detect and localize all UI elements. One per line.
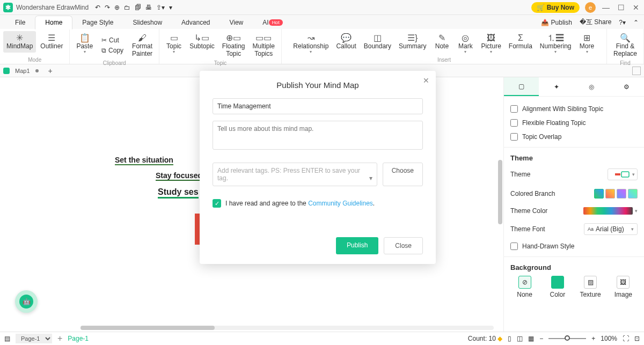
add-page-button[interactable]: +: [57, 334, 62, 343]
summary-button[interactable]: ☰}Summary: [396, 31, 429, 56]
map-description-input[interactable]: [213, 121, 423, 150]
tags-input[interactable]: Add relevant tags. PS: Press ENTER to sa…: [213, 163, 377, 186]
topic-overlap-checkbox[interactable]: Topic Overlap: [510, 130, 638, 144]
doc-tab-name[interactable]: Map1: [15, 68, 30, 74]
save-icon[interactable]: 🗐: [135, 4, 141, 11]
zoom-value[interactable]: 100%: [601, 335, 617, 342]
panel-tab-map[interactable]: ◎: [574, 77, 609, 96]
zoom-knob[interactable]: [565, 335, 570, 341]
lbl: Callout: [336, 43, 356, 50]
view-mode-3[interactable]: ▦: [528, 335, 534, 342]
copy-button[interactable]: ⧉Copy: [99, 46, 126, 55]
fit-button[interactable]: ⊡: [634, 335, 640, 342]
export-icon[interactable]: ⇪▾: [156, 4, 165, 11]
v-scroll-thumb[interactable]: [498, 160, 502, 224]
view-mode-2[interactable]: ◫: [517, 335, 523, 342]
panel-tab-layout[interactable]: ▢: [504, 77, 539, 96]
agree-checkbox[interactable]: ✓: [213, 199, 221, 208]
hand-drawn-checkbox[interactable]: Hand-Drawn Style: [510, 239, 638, 253]
paste-button[interactable]: 📋Paste: [73, 31, 96, 60]
numbering-button[interactable]: ⒈☰Numbering: [537, 31, 575, 56]
current-page-label[interactable]: Page-1: [68, 335, 89, 342]
branch-opt-2[interactable]: [605, 189, 615, 199]
mindmap-mode-button[interactable]: ✳MindMap: [3, 31, 36, 53]
dialog-close-button[interactable]: ✕: [423, 76, 429, 85]
zoom-in-button[interactable]: +: [591, 335, 595, 342]
find-replace-button[interactable]: 🔍Find & Replace: [610, 31, 640, 60]
publish-menu[interactable]: 📤 Publish: [541, 19, 572, 26]
horizontal-scrollbar[interactable]: [80, 326, 494, 330]
chevron-down-icon[interactable]: ▾: [635, 208, 638, 214]
floating-topic-button[interactable]: ⊕▭Floating Topic: [219, 31, 248, 60]
more-button[interactable]: ⊞More: [576, 31, 598, 56]
tab-home[interactable]: Home: [35, 16, 72, 30]
zoom-out-button[interactable]: −: [539, 335, 543, 342]
fullscreen-button[interactable]: ⛶: [623, 335, 629, 342]
panel-tab-style[interactable]: ✦: [539, 77, 574, 96]
formula-button[interactable]: ΣFormula: [506, 31, 536, 56]
picture-button[interactable]: 🖼Picture: [478, 31, 504, 56]
cut-button[interactable]: ✂Cut: [99, 35, 126, 45]
more-qa-icon[interactable]: ▾: [169, 4, 172, 11]
tab-page-style[interactable]: Page Style: [72, 16, 123, 29]
choose-category-button[interactable]: Choose: [383, 163, 423, 186]
map-name-input[interactable]: [213, 98, 423, 114]
help-icon[interactable]: ?▾: [619, 19, 626, 26]
minimize-button[interactable]: —: [601, 3, 611, 12]
zoom-slider[interactable]: [548, 338, 586, 339]
page-selector[interactable]: Page-1: [16, 334, 52, 343]
branch-opt-1[interactable]: [594, 189, 604, 199]
community-guidelines-link[interactable]: Community Guidelines: [308, 200, 373, 207]
branch-opt-4[interactable]: [628, 189, 638, 199]
multiple-topics-button[interactable]: ▭▭Multiple Topics: [250, 31, 278, 60]
bg-color-option[interactable]: Color: [543, 276, 572, 298]
bg-image-option[interactable]: 🖼Image: [609, 276, 638, 298]
topic-button[interactable]: ▭Topic: [163, 31, 185, 60]
open-icon[interactable]: 🗀: [124, 4, 130, 11]
tab-file[interactable]: File: [5, 16, 35, 29]
subtopic-button[interactable]: ↳▭Subtopic: [186, 31, 218, 60]
branch-opt-3[interactable]: [617, 189, 626, 199]
panel-toggle-button[interactable]: [632, 67, 641, 75]
vertical-scrollbar[interactable]: [498, 79, 502, 310]
flexible-floating-checkbox[interactable]: Flexible Floating Topic: [510, 116, 638, 130]
close-button[interactable]: Close: [384, 237, 423, 254]
boundary-button[interactable]: ◫Boundary: [361, 31, 394, 56]
user-avatar[interactable]: e: [585, 2, 596, 13]
view-mode-1[interactable]: ▯: [508, 335, 511, 342]
share-menu[interactable]: �互 Share: [580, 18, 611, 27]
redo-icon[interactable]: ↷: [105, 4, 110, 11]
bg-texture-option[interactable]: ▨Texture: [576, 276, 605, 298]
pages-icon[interactable]: ▤: [4, 335, 10, 342]
new-icon[interactable]: ⊕: [114, 4, 120, 11]
add-tab-button[interactable]: +: [48, 67, 53, 75]
format-painter-button[interactable]: 🖌Format Painter: [129, 31, 156, 60]
tab-advanced[interactable]: Advanced: [172, 16, 219, 29]
outliner-mode-button[interactable]: ☰Outliner: [37, 31, 66, 53]
ai-assistant-button[interactable]: 🤖: [15, 290, 38, 313]
buy-now-button[interactable]: 🛒Buy Now: [531, 2, 580, 13]
collapse-ribbon-icon[interactable]: ⌃: [633, 19, 639, 26]
callout-button[interactable]: 💬Callout: [333, 31, 359, 56]
theme-font-selector[interactable]: AaArial (Big): [584, 223, 638, 235]
bg-none-option[interactable]: ⊘None: [510, 276, 539, 298]
theme-selector[interactable]: [608, 168, 638, 180]
relationship-button[interactable]: ↝Relationship: [290, 31, 332, 56]
close-window-button[interactable]: ✕: [631, 3, 641, 12]
topic-node[interactable]: Set the situation: [115, 156, 173, 165]
undo-icon[interactable]: ↶: [95, 4, 100, 11]
publish-button[interactable]: Publish: [336, 237, 378, 254]
topic-node[interactable]: Stay focused: [156, 171, 202, 181]
note-button[interactable]: ✎Note: [430, 31, 453, 56]
tab-slideshow[interactable]: Slideshow: [123, 16, 172, 29]
lbl: Flexible Floating Topic: [522, 119, 586, 127]
topic-node[interactable]: Study ses: [158, 187, 199, 199]
print-icon[interactable]: 🖶: [145, 4, 152, 11]
tab-view[interactable]: View: [219, 16, 253, 29]
panel-tab-settings[interactable]: ⚙: [609, 77, 644, 96]
alignment-checkbox[interactable]: Alignment With Sibling Topic: [510, 102, 638, 116]
mark-button[interactable]: ◎Mark: [454, 31, 477, 56]
maximize-button[interactable]: ☐: [616, 3, 626, 12]
theme-color-picker[interactable]: [583, 207, 633, 215]
h-scroll-thumb[interactable]: [80, 326, 215, 330]
